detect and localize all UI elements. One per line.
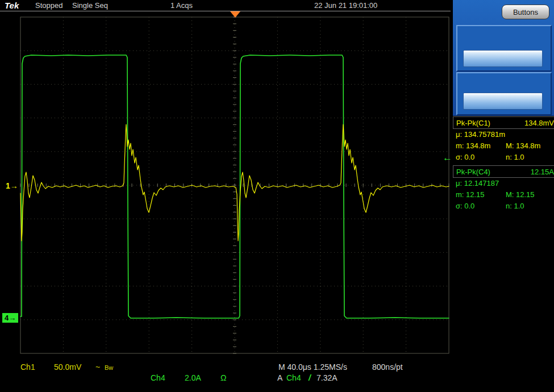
buttons-button[interactable]: Buttons	[502, 5, 549, 19]
trigger-position-marker[interactable]	[230, 11, 240, 18]
trigger-source: Ch4	[286, 373, 301, 383]
side-panel: Buttons Pk-Pk(C1) 134.8mV μ: 134.75781m …	[452, 0, 554, 392]
tek-logo: Tek	[5, 1, 19, 10]
measurement-sigma-c1: σ: 0.0 n: 1.0	[456, 153, 551, 163]
measurement-value-c1: 134.8mV	[524, 119, 554, 127]
measurement-label-c4: Pk-Pk(C4)	[456, 168, 490, 176]
ch4-scale: 2.0A	[185, 373, 201, 383]
measurement-header-c1: Pk-Pk(C1) 134.8mV	[453, 116, 554, 129]
menu-field-1[interactable]	[463, 50, 543, 67]
measurement-minmax-c1: m: 134.8m M: 134.8m	[456, 141, 551, 152]
stat-max-c4: M: 12.15	[506, 190, 535, 201]
acquisition-mode: Single Seq	[72, 1, 108, 10]
measurement-value-c4: 12.15A	[531, 168, 554, 176]
stat-min-c4: m: 12.15	[456, 190, 506, 201]
measurement-label-c1: Pk-Pk(C1)	[456, 119, 490, 127]
trigger-level-marker[interactable]: ←	[443, 152, 452, 164]
timebase-readout: M 40.0μs 1.25MS/s	[278, 362, 347, 372]
trigger-level-readout: 7.32A	[316, 373, 338, 383]
measurement-minmax-c4: m: 12.15 M: 12.15	[456, 190, 551, 201]
top-bar: Tek Stopped Single Seq 1 Acqs 22 Jun 21 …	[0, 0, 452, 11]
stat-min-c1: m: 134.8m	[456, 141, 506, 152]
resolution-readout: 800ns/pt	[372, 362, 403, 372]
stat-mu-c4: μ: 12.147187	[456, 179, 499, 189]
ch1-label[interactable]: Ch1	[20, 362, 35, 372]
measurement-mean-c4: μ: 12.147187	[456, 179, 551, 189]
acquisition-count: 1 Acqs	[170, 1, 193, 10]
ch1-bandwidth-icon: Bw	[105, 363, 113, 373]
stat-sigma-c4: σ: 0.0	[456, 202, 506, 212]
stat-max-c1: M: 134.8m	[506, 141, 540, 152]
stat-n-c4: n: 1.0	[506, 202, 524, 212]
stat-sigma-c1: σ: 0.0	[456, 153, 506, 163]
ch1-coupling-icon: ~	[95, 362, 100, 372]
ch1-scale: 50.0mV	[54, 362, 81, 372]
ch4-coupling-icon: Ω	[220, 373, 226, 383]
ch4-label[interactable]: Ch4	[151, 373, 165, 383]
trigger-slope-icon: /	[309, 373, 311, 383]
trigger-type: A	[277, 373, 282, 383]
ch1-ground-marker[interactable]: 1→	[6, 181, 18, 190]
menu-slot-1[interactable]	[456, 25, 552, 72]
Ch1-ripple-trace	[20, 124, 449, 241]
datetime: 22 Jun 21 19:01:00	[314, 1, 377, 10]
stat-mu-c1: μ: 134.75781m	[456, 130, 505, 140]
measurement-mean-c1: μ: 134.75781m	[456, 130, 551, 140]
measurement-sigma-c4: σ: 0.0 n: 1.0	[456, 202, 551, 212]
acquisition-status: Stopped	[35, 1, 63, 10]
measurement-header-c4: Pk-Pk(C4) 12.15A	[453, 165, 554, 178]
menu-panel: Buttons	[453, 0, 554, 116]
menu-field-2[interactable]	[463, 93, 543, 110]
ch4-ground-marker[interactable]: 4→	[2, 313, 18, 323]
menu-slot-2[interactable]	[456, 72, 552, 115]
topbar-divider	[0, 11, 451, 11]
stat-n-c1: n: 1.0	[506, 153, 524, 163]
